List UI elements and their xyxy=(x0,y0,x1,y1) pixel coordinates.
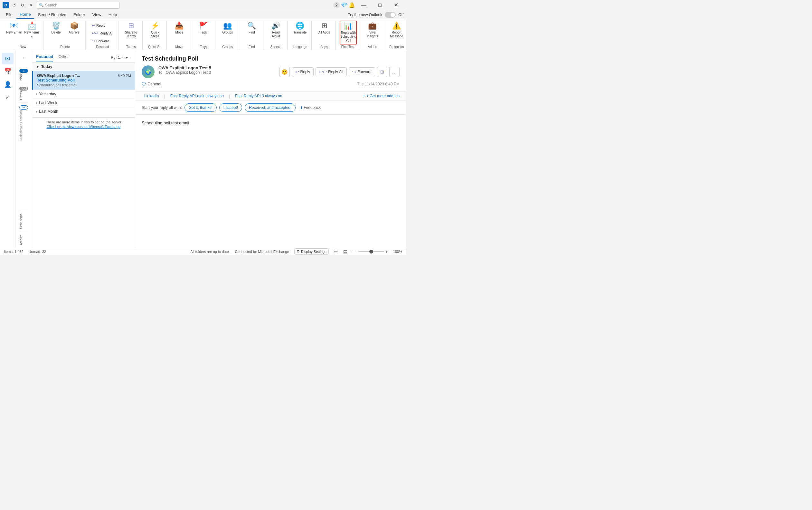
ribbon-group-teams: ⊞ Share to Teams Teams xyxy=(120,21,143,50)
reading-actions-area: 😊 ↩ Reply ↩↩ Reply All ↪ Forward ⊞ … xyxy=(279,67,399,77)
try-new-toggle[interactable] xyxy=(385,12,396,18)
folder-feedback[interactable]: 6947 Outlook Web Feedback xyxy=(19,103,28,211)
quick-access-dropdown[interactable]: ▾ xyxy=(28,2,34,8)
forward-action-button[interactable]: ↪ Forward xyxy=(349,67,375,76)
undo-button[interactable]: ↺ xyxy=(11,2,18,8)
smart-reply-btn-1[interactable]: Got it, thanks! xyxy=(184,104,217,112)
quick-steps-label: Quick Steps xyxy=(147,31,163,38)
reply-all-button[interactable]: ↩↩ Reply All xyxy=(90,30,116,37)
translate-button[interactable]: 🌐 Translate xyxy=(291,21,309,42)
menu-file[interactable]: File xyxy=(3,11,16,18)
reply-scheduling-poll-button[interactable]: 📊 Reply with Scheduling Poll xyxy=(340,21,357,45)
nav-contacts-button[interactable]: 👤 xyxy=(2,79,13,90)
read-aloud-icon: 🔊 xyxy=(271,22,280,29)
section-last-week[interactable]: › Last Week xyxy=(32,98,135,107)
nav-tasks-button[interactable]: ✓ xyxy=(2,91,13,103)
reading-view-icon[interactable]: ☰ xyxy=(334,249,338,254)
inbox-sort[interactable]: By Date ▾ ↑ xyxy=(111,55,131,60)
folder-drafts[interactable]: [320] Drafts xyxy=(19,84,28,103)
menu-home[interactable]: Home xyxy=(17,11,34,19)
scheduling-poll-icon: 📊 xyxy=(344,23,353,30)
linkedin-addin[interactable]: LinkedIn xyxy=(142,93,161,99)
group-apps-label: Apps xyxy=(320,45,328,50)
section-last-month[interactable]: › Last Month xyxy=(32,107,135,116)
reply-all-label: Reply All xyxy=(99,31,113,35)
zoom-slider[interactable] xyxy=(358,251,384,252)
statusbar-right: All folders are up to date. Connected to… xyxy=(190,248,402,255)
maximize-button[interactable]: □ xyxy=(372,0,387,10)
sort-dropdown-icon: ▾ xyxy=(126,55,128,60)
server-link[interactable]: Click here to view more on Microsoft Exc… xyxy=(36,125,131,129)
report-message-button[interactable]: ⚠️ Report Message xyxy=(388,21,405,42)
quick-steps-button[interactable]: ⚡ Quick Steps xyxy=(147,21,164,42)
menu-send-receive[interactable]: Send / Receive xyxy=(35,11,69,18)
menu-folder[interactable]: Folder xyxy=(70,11,89,18)
group-find-label: Find xyxy=(248,45,255,50)
inbox-email-item[interactable]: OWA Explicit Logon T... 8:40 PM Test Sch… xyxy=(32,71,135,90)
forward-icon: ↪ xyxy=(92,39,95,43)
section-yesterday[interactable]: › Yesterday xyxy=(32,90,135,98)
titlebar-right: 2 💎 🔔 — □ ✕ xyxy=(333,0,403,10)
delete-button[interactable]: 🗑️ Delete xyxy=(47,21,65,42)
teams-share-action-button[interactable]: ⊞ xyxy=(377,67,387,77)
all-apps-button[interactable]: ⊞ All Apps xyxy=(315,21,333,42)
display-settings-icon: ⚙ xyxy=(297,249,300,254)
close-button[interactable]: ✕ xyxy=(389,0,403,10)
folder-archive[interactable]: Archive xyxy=(19,232,28,248)
reply-all-action-button[interactable]: ↩↩ Reply All xyxy=(315,67,347,76)
fast-reply-addin[interactable]: Fast Reply API-main always on xyxy=(168,93,227,99)
share-teams-button[interactable]: ⊞ Share to Teams xyxy=(122,21,140,42)
tab-focused[interactable]: Focused xyxy=(36,53,53,62)
feedback-button[interactable]: ℹ Feedback xyxy=(298,104,323,112)
more-addins-label: + Get more add-ins xyxy=(366,94,399,98)
move-button[interactable]: 📥 Move xyxy=(171,21,188,42)
tags-button[interactable]: 🚩 Tags xyxy=(195,21,212,42)
group-new-label: New xyxy=(20,45,26,50)
groups-button[interactable]: 👥 Groups xyxy=(219,21,236,42)
menu-view[interactable]: View xyxy=(89,11,104,18)
smart-reply-label: Start your reply all with: xyxy=(142,105,182,110)
search-box[interactable]: 🔍 Search xyxy=(36,2,120,9)
inbox-badge: 3 xyxy=(19,69,28,73)
redo-button[interactable]: ↻ xyxy=(19,2,26,8)
find-button[interactable]: 🔍 Find xyxy=(243,21,261,42)
get-more-addins-button[interactable]: + + Get more add-ins xyxy=(363,94,399,98)
nav-calendar-button[interactable]: 📅 xyxy=(2,66,13,77)
group-teams-label: Teams xyxy=(126,45,136,50)
collapse-panel-button[interactable]: › xyxy=(18,52,30,63)
email-date: Tue 11/14/2023 8:40 PM xyxy=(357,82,399,86)
nav-mail-button[interactable]: ✉ xyxy=(2,53,13,64)
emoji-button[interactable]: 😊 xyxy=(279,67,290,77)
section-today[interactable]: ▼ Today xyxy=(32,62,135,71)
read-aloud-button[interactable]: 🔊 Read Aloud xyxy=(267,21,284,42)
new-items-button[interactable]: 📩 New Items ▾ xyxy=(23,21,40,42)
zoom-out-icon[interactable]: — xyxy=(353,249,357,254)
more-actions-button[interactable]: … xyxy=(389,67,399,77)
folder-sent[interactable]: Sent Items xyxy=(19,211,28,232)
fast-reply3-addin[interactable]: Fast Reply API 3 always on xyxy=(233,93,284,99)
ribbon-group-respond: ↩ Reply ↩↩ Reply All ↪ Forward Respond xyxy=(87,21,119,50)
archive-button[interactable]: 📦 Archive xyxy=(65,21,83,42)
translate-icon: 🌐 xyxy=(296,22,304,29)
smart-reply-btn-3[interactable]: Received, and accepted. xyxy=(245,104,296,112)
display-settings-button[interactable]: ⚙ Display Settings xyxy=(294,248,329,255)
tab-other[interactable]: Other xyxy=(58,53,69,62)
smart-reply-btn-2[interactable]: I accept! xyxy=(219,104,242,112)
forward-action-icon: ↪ xyxy=(352,69,356,75)
viva-insights-button[interactable]: 💼 Viva Insights xyxy=(364,21,381,42)
ribbon-language-items: 🌐 Translate xyxy=(291,21,309,45)
chevron-today: ▼ xyxy=(36,65,39,68)
zoom-in-icon[interactable]: + xyxy=(385,249,388,254)
preview-icon[interactable]: ▤ xyxy=(343,249,348,254)
bell-icon[interactable]: 🔔 xyxy=(349,2,355,8)
sort-label: By Date xyxy=(111,55,125,60)
folder-inbox[interactable]: 3 Inbox xyxy=(19,66,28,84)
minimize-button[interactable]: — xyxy=(356,0,371,10)
new-email-button[interactable]: 📧 New Email xyxy=(5,21,23,42)
forward-button[interactable]: ↪ Forward xyxy=(90,37,116,45)
diamond-icon[interactable]: 💎 xyxy=(341,2,348,8)
reply-action-button[interactable]: ↩ Reply xyxy=(292,67,314,76)
to-label: To xyxy=(158,70,162,75)
menu-help[interactable]: Help xyxy=(105,11,120,18)
reply-button[interactable]: ↩ Reply xyxy=(90,22,116,29)
